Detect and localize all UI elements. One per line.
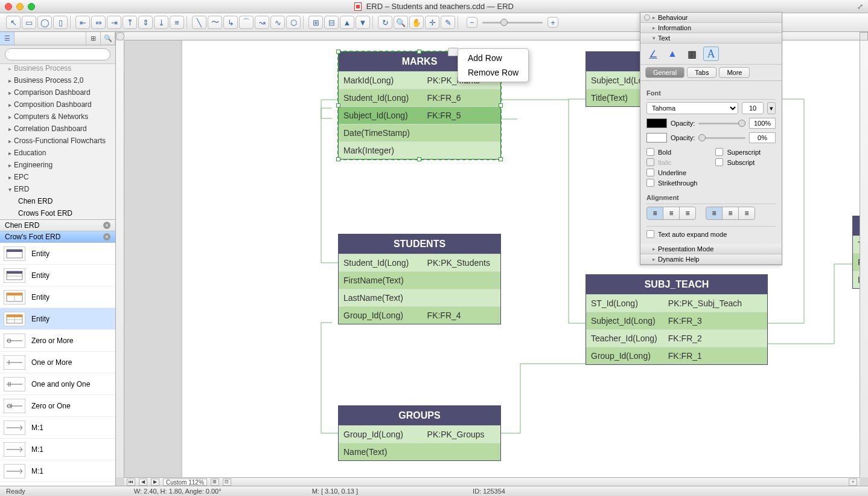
align-left-icon[interactable]: ⇤ — [75, 16, 90, 29]
text-color-swatch[interactable] — [646, 118, 667, 128]
page-prev-icon[interactable]: ◀ — [139, 478, 147, 486]
align-top-icon[interactable]: ⤒ — [123, 16, 137, 29]
underline-style-icon[interactable]: ∠ — [645, 47, 661, 61]
align-center-icon[interactable]: ⇔ — [91, 16, 106, 29]
shape-row[interactable]: Zero or More — [0, 330, 115, 352]
align-bottom-button[interactable]: ≡ — [738, 207, 755, 220]
fullscreen-icon[interactable]: ⤢ — [857, 2, 863, 11]
grid-toggle-icon[interactable]: ⊞ — [211, 478, 219, 486]
section-information[interactable]: ▸Information — [640, 23, 782, 33]
font-icon[interactable]: A — [703, 47, 719, 61]
zoom-out-icon[interactable]: − — [467, 17, 477, 28]
front-icon[interactable]: ▲ — [340, 16, 354, 29]
underline-checkbox[interactable] — [646, 169, 654, 176]
tree-tab-icon[interactable]: ☰ — [0, 32, 14, 45]
tree-item[interactable]: Business Process — [0, 64, 115, 74]
back-icon[interactable]: ▼ — [356, 16, 370, 29]
page-add-icon[interactable]: + — [849, 478, 857, 486]
shape-row[interactable]: One or More — [0, 352, 115, 373]
ungroup-icon[interactable]: ⊟ — [324, 16, 339, 29]
page-first-icon[interactable]: ⏮ — [127, 478, 135, 486]
shape-row[interactable]: Entity — [0, 265, 115, 286]
italic-checkbox[interactable] — [646, 158, 654, 166]
align-right-icon[interactable]: ⇥ — [107, 16, 121, 29]
vertical-ruler-right[interactable] — [860, 40, 868, 477]
entity-subj-teach[interactable]: SUBJ_TEACH ST_Id(Long)PK:PK_Subj_Teach S… — [586, 274, 768, 365]
rectangle-icon[interactable]: ▭ — [22, 16, 36, 29]
align-left-button[interactable]: ≡ — [646, 207, 663, 220]
eyedropper-icon[interactable]: ✎ — [441, 16, 455, 29]
tree-child[interactable]: Chen ERD — [0, 195, 115, 207]
align-middle-icon[interactable]: ⇕ — [138, 16, 153, 29]
text-box-icon[interactable]: ▯ — [53, 16, 68, 29]
tree-item[interactable]: EPC — [0, 171, 115, 183]
shape-row[interactable]: Entity — [0, 308, 115, 330]
shape-row[interactable]: M:1 — [0, 460, 115, 482]
tree-item[interactable]: Comparison Dashboard — [0, 86, 115, 98]
font-size-input[interactable] — [742, 102, 764, 114]
subscript-checkbox[interactable] — [715, 158, 723, 166]
pointer-tool-icon[interactable]: ↖ — [6, 16, 21, 29]
tree-item[interactable]: Cross-Functional Flowcharts — [0, 135, 115, 147]
shape-row[interactable]: Entity — [0, 286, 115, 308]
tree-item-erd[interactable]: ERD — [0, 183, 115, 195]
tab-general[interactable]: General — [645, 67, 685, 78]
align-center-button[interactable]: ≡ — [663, 207, 680, 220]
selection-handle[interactable] — [417, 157, 421, 161]
section-behaviour[interactable]: ▸Behaviour — [640, 13, 782, 23]
tab-more[interactable]: More — [719, 67, 750, 78]
arc-tool-icon[interactable]: ⌒ — [239, 16, 254, 29]
snap-toggle-icon[interactable]: ⊡ — [223, 478, 231, 486]
auto-expand-checkbox[interactable] — [646, 230, 654, 238]
tree-item[interactable]: Computers & Networks — [0, 111, 115, 123]
selection-handle[interactable] — [499, 157, 503, 161]
align-right-button[interactable]: ≡ — [679, 207, 696, 220]
selection-handle[interactable] — [417, 50, 421, 54]
tab-crows-foot-erd[interactable]: Crow's Foot ERD× — [0, 231, 115, 243]
tree-item[interactable]: Education — [0, 147, 115, 159]
shape-row[interactable]: Zero or One — [0, 395, 115, 417]
section-presentation[interactable]: ▸Presentation Mode — [640, 244, 782, 254]
grid-view-icon[interactable]: ⊞ — [86, 32, 101, 45]
zoom-display[interactable]: Custom 112% — [163, 478, 207, 486]
curve-tool-icon[interactable]: 〜 — [208, 16, 222, 29]
opacity-slider[interactable] — [698, 123, 745, 124]
section-text[interactable]: ▾Text — [640, 33, 782, 43]
line-tool-icon[interactable]: ╲ — [192, 16, 206, 29]
search-input[interactable] — [5, 48, 110, 60]
align-top-button[interactable]: ≡ — [706, 207, 723, 220]
opacity-slider[interactable] — [698, 137, 745, 139]
distribute-icon[interactable]: ≡ — [170, 16, 184, 29]
ellipse-icon[interactable]: ◯ — [37, 16, 52, 29]
close-icon[interactable]: × — [103, 233, 110, 240]
strike-checkbox[interactable] — [646, 179, 654, 187]
selection-handle[interactable] — [336, 157, 340, 161]
spline-tool-icon[interactable]: ∿ — [270, 16, 285, 29]
tree-item[interactable]: Composition Dashboard — [0, 98, 115, 111]
group-icon[interactable]: ⊞ — [308, 16, 323, 29]
selection-handle[interactable] — [499, 103, 503, 108]
tree-item[interactable]: Business Process 2,0 — [0, 74, 115, 86]
zoom-slider[interactable]: − + — [467, 17, 558, 28]
shape-row[interactable]: One and only One — [0, 373, 115, 395]
ctx-remove-row[interactable]: Remove Row — [458, 65, 528, 80]
section-help[interactable]: ▸Dynamic Help — [640, 254, 782, 265]
zoom-tool-icon[interactable]: 🔍 — [394, 16, 408, 29]
search-tab-icon[interactable]: 🔍 — [101, 32, 115, 45]
shape-row[interactable]: Entity — [0, 243, 115, 265]
tree-item[interactable]: Engineering — [0, 159, 115, 171]
tree-child[interactable]: Crows Foot ERD — [0, 207, 115, 219]
shape-row[interactable]: M:1 — [0, 439, 115, 460]
align-bottom-icon[interactable]: ⤓ — [154, 16, 168, 29]
superscript-checkbox[interactable] — [715, 148, 723, 156]
entity-students[interactable]: STUDENTS Student_Id(Long)PK:PK_Students … — [338, 234, 501, 324]
selection-handle[interactable] — [336, 103, 340, 108]
selection-handle[interactable] — [336, 50, 340, 54]
route-icon[interactable]: ↝ — [255, 16, 269, 29]
shape-row[interactable]: M:1 — [0, 417, 115, 439]
poly-tool-icon[interactable]: ⬡ — [286, 16, 301, 29]
pan-tool-icon[interactable]: ✋ — [409, 16, 424, 29]
highlight-icon[interactable]: ▲ — [665, 47, 680, 61]
opacity-value[interactable]: 0% — [749, 132, 776, 143]
fill-icon[interactable]: ▦ — [684, 47, 700, 61]
